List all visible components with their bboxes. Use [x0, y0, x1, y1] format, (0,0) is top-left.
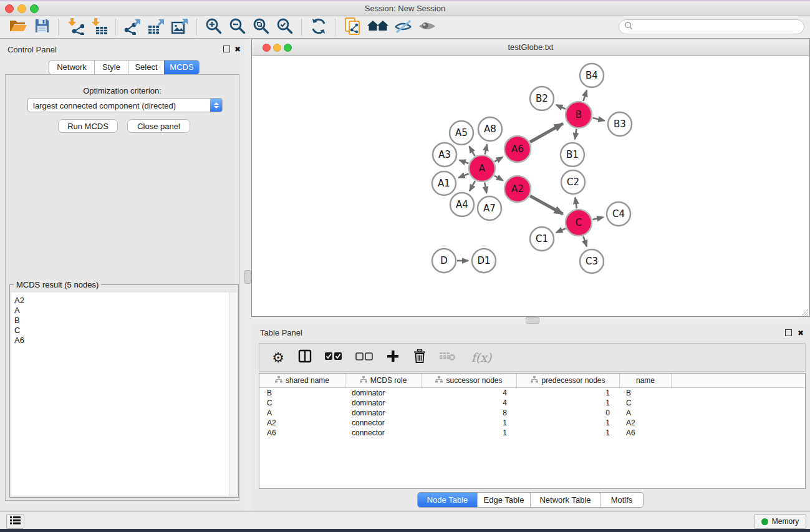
homes-icon [367, 19, 389, 36]
eye-slash-icon [394, 19, 413, 36]
scrollbar-track[interactable] [229, 293, 237, 496]
column-header-shared-name[interactable]: shared name [259, 374, 345, 387]
zoom-in-button[interactable] [202, 17, 226, 37]
graph-edge[interactable] [592, 217, 603, 220]
minimize-view-button[interactable] [273, 44, 281, 52]
graph-edge[interactable] [530, 196, 562, 214]
graph-edge[interactable] [485, 183, 486, 193]
graph-edge[interactable] [470, 181, 475, 191]
list-item[interactable]: A6 [11, 336, 237, 346]
tab-mcds[interactable]: MCDS [164, 60, 199, 74]
column-header-mcds-role[interactable]: MCDS role [345, 374, 422, 387]
import-table-button[interactable] [87, 17, 111, 37]
graph-edge[interactable] [494, 176, 503, 181]
tab-select[interactable]: Select [128, 60, 164, 74]
select-all-button[interactable] [324, 349, 344, 365]
graph-edge[interactable] [458, 173, 468, 177]
table-row[interactable]: Adominator80A [259, 408, 805, 418]
column-header-name[interactable]: name [620, 374, 672, 387]
function-builder-button[interactable]: f(x) [468, 349, 495, 365]
export-network-button[interactable] [121, 17, 145, 37]
save-floppy-icon [34, 18, 50, 36]
float-panel-icon[interactable] [223, 46, 230, 52]
add-column-button[interactable] [385, 349, 401, 365]
maximize-view-button[interactable] [284, 44, 292, 52]
graph-edge[interactable] [470, 147, 475, 156]
search-input[interactable] [636, 22, 794, 32]
column-header-successor-nodes[interactable]: successor nodes [422, 374, 517, 387]
column-layout-button[interactable] [297, 349, 313, 365]
save-session-button[interactable] [30, 17, 54, 37]
search-field[interactable] [619, 19, 804, 34]
hierarchy-icon [435, 376, 443, 385]
table-row[interactable]: Cdominator41C [259, 398, 805, 408]
graph-edge[interactable] [556, 105, 566, 109]
memory-button[interactable]: Memory [754, 514, 806, 529]
zoom-fit-button[interactable] [249, 17, 273, 37]
list-item[interactable]: B [11, 316, 237, 326]
close-panel-button[interactable]: Close panel [127, 119, 190, 133]
control-panel: Control Panel ✖ Network Style Select MCD… [0, 39, 244, 511]
tab-motifs[interactable]: Motifs [600, 493, 643, 507]
column-header-predecessor-nodes[interactable]: predecessor nodes [517, 374, 620, 387]
export-image-button[interactable] [168, 17, 192, 37]
graph-edge[interactable] [575, 129, 577, 140]
refresh-layout-button[interactable] [307, 17, 330, 37]
refresh-icon [310, 17, 327, 37]
open-session-button[interactable] [6, 17, 30, 37]
graph-node-label: B4 [586, 70, 598, 81]
delete-table-button[interactable] [438, 349, 457, 365]
graph-edge[interactable] [592, 118, 604, 120]
graph-node-label: A6 [511, 143, 524, 155]
graph-edge[interactable] [583, 236, 587, 247]
close-table-panel-icon[interactable]: ✖ [798, 329, 804, 337]
hide-selected-button[interactable] [392, 17, 415, 37]
zoom-selected-button[interactable] [273, 17, 297, 37]
gear-icon: ⚙ [272, 350, 284, 365]
show-all-networks-button[interactable] [364, 17, 392, 37]
graph-edge[interactable] [485, 144, 487, 154]
export-table-button[interactable] [145, 17, 168, 37]
table-row[interactable]: A2connector11A2 [259, 418, 805, 428]
task-history-button[interactable] [6, 514, 24, 529]
show-hidden-button[interactable] [415, 17, 439, 37]
delete-column-button[interactable] [412, 349, 428, 365]
table-settings-button[interactable]: ⚙ [270, 349, 286, 365]
tab-network[interactable]: Network [49, 60, 94, 74]
import-network-button[interactable] [64, 17, 87, 37]
close-window-button[interactable] [5, 4, 14, 13]
tab-edge-table[interactable]: Edge Table [477, 493, 530, 507]
graph-edge[interactable] [583, 90, 587, 101]
run-mcds-button[interactable]: Run MCDS [58, 119, 118, 133]
control-panel-title: Control Panel [7, 45, 57, 54]
horizontal-divider-grip[interactable] [526, 317, 539, 324]
tab-style[interactable]: Style [94, 60, 128, 74]
mcds-result-list[interactable]: A2 A B C A6 [11, 293, 237, 496]
list-item[interactable]: A [11, 306, 237, 316]
graph-edge[interactable] [530, 123, 563, 142]
table-row[interactable]: A6connector11A6 [259, 428, 805, 438]
minimize-window-button[interactable] [17, 4, 26, 13]
optimization-criterion-dropdown[interactable]: largest connected component (directed) [27, 98, 223, 112]
app-titlebar: Session: New Session [0, 1, 810, 16]
graph-edge[interactable] [494, 157, 503, 162]
graph-edge[interactable] [575, 198, 576, 208]
list-item[interactable]: A2 [11, 296, 237, 306]
table-row[interactable]: Bdominator41B [259, 388, 805, 398]
duplicate-network-button[interactable] [340, 17, 364, 37]
graph-edge[interactable] [556, 228, 566, 233]
graph-edge[interactable] [459, 160, 468, 163]
graph-node-label: B3 [614, 118, 626, 130]
tab-network-table[interactable]: Network Table [530, 493, 600, 507]
hierarchy-icon [531, 376, 538, 385]
network-canvas[interactable]: B4B2BB3A5A8A6A3B1AA1C2A2A4A7C4CC1C3DD1 [252, 56, 809, 316]
close-view-button[interactable] [263, 44, 271, 52]
vertical-divider-grip[interactable] [244, 270, 251, 284]
deselect-all-button[interactable] [354, 349, 374, 365]
zoom-window-button[interactable] [30, 4, 39, 13]
close-panel-icon[interactable]: ✖ [234, 46, 241, 53]
tab-node-table[interactable]: Node Table [418, 493, 477, 507]
zoom-out-button[interactable] [226, 17, 249, 37]
list-item[interactable]: C [11, 326, 237, 336]
float-table-panel-icon[interactable] [785, 329, 792, 336]
